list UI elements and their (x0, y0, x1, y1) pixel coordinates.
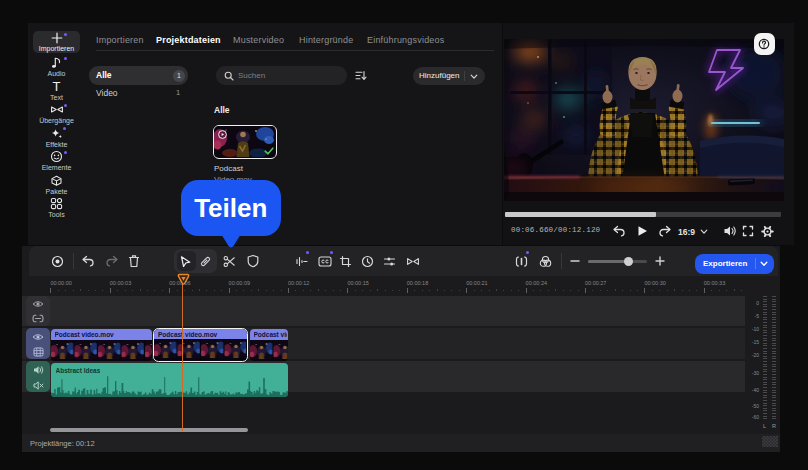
svg-text:T: T (53, 80, 61, 93)
